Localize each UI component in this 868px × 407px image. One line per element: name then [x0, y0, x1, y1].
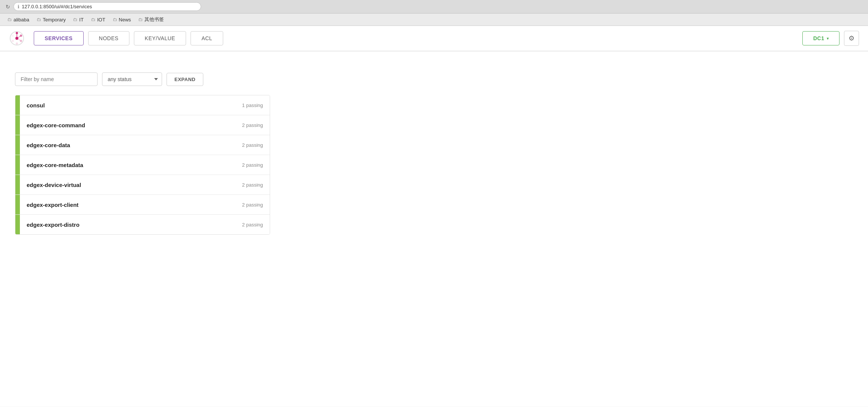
service-name: consul: [27, 102, 45, 109]
svg-line-9: [18, 36, 20, 38]
service-status-indicator: [15, 195, 20, 214]
bookmark-label: Temporary: [43, 17, 66, 23]
app-container: SERVICES NODES KEY/VALUE ACL DC1 ▾ ⚙ any…: [0, 26, 868, 407]
service-info: consul1 passing: [20, 97, 270, 114]
bookmark-label: IOT: [97, 17, 105, 23]
service-info: edgex-export-client2 passing: [20, 196, 270, 213]
service-list-item[interactable]: edgex-core-command2 passing: [15, 115, 270, 135]
svg-point-7: [12, 35, 14, 37]
service-status-indicator: [15, 155, 20, 175]
settings-button[interactable]: ⚙: [844, 31, 859, 46]
folder-icon: 🗀: [37, 17, 41, 22]
chevron-down-icon: ▾: [827, 36, 829, 41]
acl-nav-button[interactable]: ACL: [191, 31, 223, 45]
nodes-nav-button[interactable]: NODES: [88, 31, 129, 45]
info-icon: ℹ: [18, 4, 20, 9]
svg-point-5: [16, 42, 18, 45]
service-name: edgex-core-command: [27, 122, 85, 128]
service-name: edgex-core-data: [27, 142, 70, 148]
service-info: edgex-core-command2 passing: [20, 117, 270, 134]
service-status-indicator: [15, 175, 20, 194]
bookmark-news[interactable]: 🗀News: [110, 16, 134, 24]
bookmark-label: alibaba: [14, 17, 29, 23]
service-list-item[interactable]: consul1 passing: [15, 95, 270, 115]
service-status-indicator: [15, 215, 20, 234]
consul-logo-icon: [9, 30, 25, 46]
folder-icon: 🗀: [113, 17, 117, 22]
address-bar[interactable]: ℹ 127.0.0.1:8500/ui/#/dc1/services: [14, 2, 201, 11]
settings-icon: ⚙: [848, 34, 854, 42]
bookmark-alibaba[interactable]: 🗀alibaba: [5, 16, 32, 24]
service-list: consul1 passingedgex-core-command2 passi…: [15, 95, 270, 235]
service-list-item[interactable]: edgex-export-client2 passing: [15, 195, 270, 215]
service-passing-count: 1 passing: [242, 103, 263, 108]
service-name: edgex-device-virtual: [27, 182, 81, 188]
service-status-indicator: [15, 115, 20, 135]
address-text: 127.0.0.1:8500/ui/#/dc1/services: [22, 4, 92, 9]
service-info: edgex-device-virtual2 passing: [20, 176, 270, 193]
bookmarks-bar: 🗀alibaba🗀Temporary🗀IT🗀IOT🗀News🗀其他书签: [0, 14, 868, 26]
service-status-indicator: [15, 95, 20, 115]
service-name: edgex-core-metadata: [27, 162, 83, 168]
service-list-item[interactable]: edgex-export-distro2 passing: [15, 215, 270, 234]
service-list-item[interactable]: edgex-device-virtual2 passing: [15, 175, 270, 195]
folder-icon: 🗀: [138, 17, 143, 22]
services-nav-button[interactable]: SERVICES: [34, 31, 84, 45]
service-name: edgex-export-client: [27, 202, 78, 208]
service-passing-count: 2 passing: [242, 182, 263, 188]
svg-point-2: [16, 32, 18, 34]
folder-icon: 🗀: [73, 17, 78, 22]
svg-point-1: [15, 37, 18, 40]
service-passing-count: 2 passing: [242, 142, 263, 148]
browser-chrome: ↻ ℹ 127.0.0.1:8500/ui/#/dc1/services 🗀al…: [0, 0, 868, 26]
reload-button[interactable]: ↻: [5, 3, 11, 10]
bookmark-label: 其他书签: [144, 16, 164, 23]
expand-button[interactable]: EXPAND: [167, 73, 203, 86]
bookmark-iot[interactable]: 🗀IOT: [88, 16, 108, 24]
service-passing-count: 2 passing: [242, 202, 263, 208]
service-info: edgex-core-metadata2 passing: [20, 157, 270, 173]
service-name: edgex-export-distro: [27, 222, 80, 228]
status-filter-select[interactable]: any statuspassingwarningcritical: [102, 72, 162, 86]
browser-titlebar: ↻ ℹ 127.0.0.1:8500/ui/#/dc1/services: [0, 0, 868, 14]
filter-name-input[interactable]: [15, 72, 98, 86]
keyvalue-nav-button[interactable]: KEY/VALUE: [134, 31, 186, 45]
filter-bar: any statuspassingwarningcritical EXPAND: [15, 72, 270, 86]
dc1-label: DC1: [813, 35, 824, 41]
service-status-indicator: [15, 135, 20, 155]
header-separator: [0, 51, 868, 51]
service-passing-count: 2 passing: [242, 222, 263, 228]
svg-point-6: [12, 40, 14, 42]
bookmark-it[interactable]: 🗀IT: [70, 16, 87, 24]
service-list-item[interactable]: edgex-core-metadata2 passing: [15, 155, 270, 175]
dc1-dropdown-button[interactable]: DC1 ▾: [802, 31, 839, 45]
bookmark-label: IT: [79, 17, 84, 23]
bookmark-temporary[interactable]: 🗀Temporary: [34, 16, 69, 24]
service-info: edgex-export-distro2 passing: [20, 216, 270, 233]
folder-icon: 🗀: [91, 17, 96, 22]
service-passing-count: 2 passing: [242, 122, 263, 128]
folder-icon: 🗀: [8, 17, 12, 22]
bookmark-other[interactable]: 🗀其他书签: [135, 15, 167, 24]
service-list-item[interactable]: edgex-core-data2 passing: [15, 135, 270, 155]
service-info: edgex-core-data2 passing: [20, 137, 270, 154]
svg-line-10: [18, 39, 20, 41]
main-content: any statuspassingwarningcritical EXPAND …: [0, 60, 285, 247]
logo: [9, 30, 25, 46]
app-header: SERVICES NODES KEY/VALUE ACL DC1 ▾ ⚙: [0, 26, 868, 51]
bookmark-label: News: [119, 17, 131, 23]
service-passing-count: 2 passing: [242, 162, 263, 168]
